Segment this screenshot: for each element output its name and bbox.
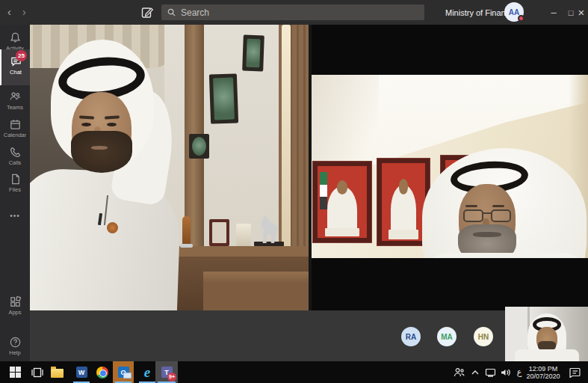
volume-button[interactable]: [499, 361, 513, 383]
desk-surface: [203, 272, 309, 310]
sidebar-item-chat[interactable]: 25 Chat: [0, 49, 30, 85]
task-view-icon: [31, 367, 43, 378]
action-center-icon: [569, 367, 581, 378]
sidebar-item-label: Chat: [1, 69, 30, 76]
time-label: 12:09 PM: [529, 365, 558, 373]
glasses-right-lens: [491, 209, 511, 222]
display-status-button[interactable]: [483, 361, 498, 383]
participant-initials-hn[interactable]: HN: [474, 327, 493, 346]
windows-taskbar: W O e T 9+: [0, 361, 588, 383]
self-view-video[interactable]: [505, 307, 588, 361]
portrait-plaque: [389, 230, 419, 239]
chrome-icon: [96, 367, 108, 379]
portrait-plaque: [325, 228, 359, 237]
people-icon: [454, 367, 465, 378]
windows-logo-icon: [10, 367, 21, 378]
participants-strip: RA MA HN: [30, 310, 588, 361]
sidebar-item-label: Calendar: [0, 132, 30, 138]
teams-taskbar-button[interactable]: T 9+: [155, 361, 178, 383]
minimize-button[interactable]: –: [545, 0, 563, 25]
sidebar-item-calendar[interactable]: Calendar: [0, 117, 30, 138]
participant-initials-ma[interactable]: MA: [437, 327, 457, 346]
wall-emblem-frame: [189, 134, 209, 159]
sidebar-item-teams[interactable]: Teams: [0, 89, 30, 111]
forward-button[interactable]: ›: [22, 5, 26, 19]
file-explorer-button[interactable]: [46, 361, 67, 383]
teams-people-icon: [9, 91, 22, 103]
presence-busy-dot: [518, 15, 524, 22]
figurine-base: [254, 242, 284, 246]
eye: [81, 123, 91, 126]
show-hidden-icons-button[interactable]: [469, 361, 481, 383]
apps-grid-icon: [9, 295, 22, 308]
mustache: [473, 232, 501, 237]
word-button[interactable]: W: [71, 361, 92, 383]
teams-app-window: ‹ › Ministry of Finance AA – □ ×: [0, 0, 588, 383]
calendar-icon: [9, 118, 22, 131]
word-icon: W: [76, 367, 87, 378]
outlook-button[interactable]: O: [113, 361, 134, 383]
title-bar: ‹ › Ministry of Finance AA – □ ×: [0, 0, 588, 25]
portrait-face: [399, 179, 409, 194]
eyebrow: [465, 205, 477, 207]
chrome-button[interactable]: [92, 361, 113, 383]
video-tile-participant-2[interactable]: [312, 25, 588, 310]
action-center-button[interactable]: [566, 361, 584, 383]
compose-pencil-icon: [141, 6, 154, 19]
sidebar-item-label: Apps: [0, 309, 30, 316]
dallah-trophy: [182, 216, 191, 246]
model-trophy: [236, 224, 251, 246]
sidebar-item-apps[interactable]: Apps: [0, 294, 30, 316]
eyebrow: [492, 205, 504, 207]
eye: [107, 123, 117, 126]
sidebar-item-activity[interactable]: Activity: [0, 30, 30, 52]
sidebar-item-label: Teams: [0, 104, 30, 111]
participant-2-kandura: [424, 253, 588, 258]
back-button[interactable]: ‹: [7, 5, 11, 19]
phone-icon: [9, 146, 22, 159]
clock[interactable]: 12:09 PM 20/07/2020: [523, 361, 563, 383]
more-dots-icon: •••: [0, 212, 30, 220]
participant-initials-ra[interactable]: RA: [401, 327, 421, 346]
leader-portrait-1: [313, 162, 371, 242]
date-label: 20/07/2020: [526, 373, 560, 380]
video-tile-participant-1[interactable]: [30, 25, 309, 310]
chevron-up-icon: [471, 370, 479, 375]
start-button[interactable]: [4, 361, 25, 383]
display-icon: [485, 368, 496, 377]
task-view-button[interactable]: [27, 361, 48, 383]
outlook-icon: O: [118, 367, 129, 378]
self-kandura: [515, 349, 579, 361]
right-video-content: [312, 75, 588, 258]
file-icon: [9, 173, 22, 186]
search-icon: [167, 8, 176, 16]
sidebar-item-files[interactable]: Files: [0, 171, 30, 193]
sidebar-item-help[interactable]: Help: [0, 334, 30, 356]
activity-bell-icon: [9, 31, 22, 44]
help-question-icon: [9, 336, 22, 349]
wall-emblem: [192, 137, 206, 156]
internet-explorer-button[interactable]: e: [137, 361, 158, 383]
wall-art: [213, 78, 235, 120]
sidebar-item-label: Files: [0, 186, 30, 193]
wall-art-frame: [242, 35, 264, 72]
internet-explorer-icon: e: [144, 365, 150, 379]
sidebar-item-more[interactable]: •••: [0, 210, 30, 220]
app-sidebar: Activity 25 Chat Teams Calendar: [0, 25, 30, 361]
close-button[interactable]: ×: [572, 0, 588, 25]
wall-art-frame: [209, 73, 238, 123]
teams-notification-badge: 9+: [167, 373, 176, 382]
meeting-stage: RA MA HN: [30, 25, 588, 361]
wall-art: [246, 39, 260, 68]
glasses-bridge: [483, 212, 492, 214]
search-input[interactable]: [181, 7, 390, 18]
new-chat-button[interactable]: [140, 5, 155, 19]
uae-flag: [320, 172, 328, 209]
beard: [71, 131, 132, 173]
speaker-icon: [501, 368, 511, 377]
glasses-left-lens: [463, 209, 483, 222]
sidebar-item-calls[interactable]: Calls: [0, 144, 30, 166]
search-bar[interactable]: [161, 4, 424, 20]
people-nearby-button[interactable]: [450, 361, 468, 383]
mouth: [91, 146, 108, 150]
